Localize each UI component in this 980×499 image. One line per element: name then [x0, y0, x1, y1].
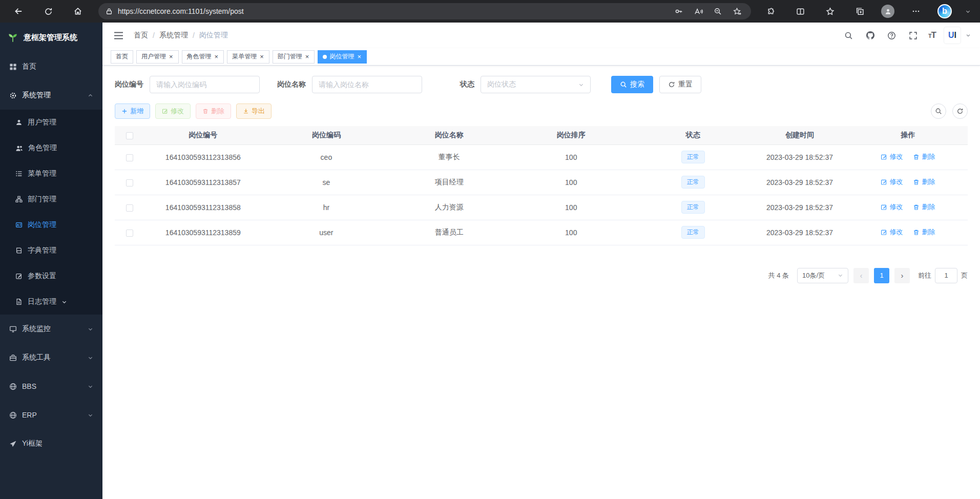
browser-profile-avatar[interactable] [881, 5, 894, 18]
app-logo[interactable]: 意框架管理系统 [0, 23, 102, 52]
extensions-icon[interactable] [762, 3, 779, 19]
sidebar-item-tools[interactable]: 系统工具 [0, 343, 102, 372]
row-checkbox[interactable] [126, 179, 133, 186]
edit-icon [881, 179, 887, 185]
fullscreen-icon[interactable] [907, 29, 920, 42]
row-delete-link[interactable]: 删除 [913, 227, 935, 237]
header-search-icon[interactable] [842, 29, 856, 42]
chevron-down-icon [88, 412, 93, 418]
export-button[interactable]: 导出 [236, 103, 272, 119]
bing-copilot-icon[interactable]: b [937, 4, 952, 18]
cell-post-sort: 100 [507, 144, 635, 170]
active-tab-dot [323, 55, 327, 59]
chevron-down-icon [61, 299, 67, 305]
sidebar-item-erp[interactable]: ERP [0, 401, 102, 429]
read-aloud-icon[interactable] [692, 5, 705, 18]
page-1-button[interactable]: 1 [874, 268, 889, 283]
search-button[interactable]: 搜索 [611, 76, 653, 93]
sidebar-item-bbs[interactable]: BBS [0, 372, 102, 401]
tab-close-icon[interactable]: × [259, 53, 264, 60]
refresh-table-icon[interactable] [952, 103, 968, 119]
sidebar-item-monitor[interactable]: 系统监控 [0, 315, 102, 343]
breadcrumb-separator: / [193, 31, 195, 39]
select-all-checkbox[interactable] [126, 132, 133, 139]
sidebar-item-system[interactable]: 系统管理 [0, 81, 102, 110]
avatar-caret-icon[interactable] [966, 33, 971, 38]
tab-user-mgmt[interactable]: 用户管理 × [136, 50, 179, 64]
sidebar-item-role-mgmt[interactable]: 角色管理 [0, 135, 102, 161]
cell-post-sort: 100 [507, 195, 635, 220]
help-icon[interactable] [885, 29, 899, 42]
row-edit-link[interactable]: 修改 [881, 202, 903, 212]
sidebar-toggle-icon[interactable] [112, 30, 126, 41]
page-size-select[interactable]: 10条/页 [797, 268, 848, 283]
tab-close-icon[interactable]: × [357, 53, 362, 60]
address-bar[interactable]: https://ccnetcore.com:1101/system/post [98, 3, 751, 19]
add-favorite-icon[interactable] [731, 5, 744, 18]
row-edit-link[interactable]: 修改 [881, 152, 903, 161]
split-screen-icon[interactable] [792, 3, 808, 19]
home-icon[interactable] [70, 3, 86, 19]
sidebar-item-post-mgmt[interactable]: 岗位管理 [0, 212, 102, 238]
sidebar-item-dept-mgmt[interactable]: 部门管理 [0, 186, 102, 212]
url-text[interactable]: https://ccnetcore.com:1101/system/post [118, 7, 667, 15]
pagination-goto: 前往 页 [918, 268, 968, 283]
post-name-input[interactable] [312, 76, 422, 93]
column-header: 岗位编号 [144, 126, 261, 144]
add-button[interactable]: 新增 [115, 103, 150, 119]
status-select[interactable]: 岗位状态 [481, 76, 591, 93]
tab-post-mgmt[interactable]: 岗位管理 × [318, 50, 367, 64]
breadcrumb-item[interactable]: 系统管理 [159, 31, 188, 40]
post-code-group: 岗位编号 [115, 76, 260, 93]
edit-button[interactable]: 修改 [155, 103, 191, 119]
tab-dept-mgmt[interactable]: 部门管理 × [273, 50, 315, 64]
row-checkbox[interactable] [126, 154, 133, 161]
zoom-out-icon[interactable] [711, 5, 724, 18]
reset-button[interactable]: 重置 [659, 76, 701, 93]
row-checkbox[interactable] [126, 204, 133, 212]
password-key-icon[interactable] [672, 5, 685, 18]
goto-page-input[interactable] [935, 268, 957, 283]
user-avatar[interactable]: UI [944, 27, 961, 44]
favorites-icon[interactable] [822, 3, 838, 19]
row-delete-link[interactable]: 删除 [913, 152, 935, 161]
site-lock-icon[interactable] [106, 8, 113, 15]
sidebar-menu: 首页 系统管理 用户管理 [0, 52, 102, 458]
tab-home[interactable]: 首页 [111, 50, 133, 64]
refresh-icon[interactable] [40, 3, 56, 19]
font-size-icon[interactable]: TT [928, 30, 936, 40]
row-checkbox[interactable] [126, 230, 133, 237]
system-submenu: 用户管理 角色管理 菜单管理 部门管理 [0, 110, 102, 315]
sidebar-caret-icon[interactable] [965, 9, 971, 14]
row-delete-link[interactable]: 删除 [913, 202, 935, 212]
sidebar-item-dict-mgmt[interactable]: 字典管理 [0, 238, 102, 263]
back-icon[interactable] [10, 3, 27, 19]
tab-menu-mgmt[interactable]: 菜单管理 × [227, 50, 269, 64]
browser-menu-icon[interactable] [908, 3, 924, 19]
next-page-button[interactable]: › [894, 268, 910, 283]
reset-icon [668, 81, 675, 88]
tab-role-mgmt[interactable]: 角色管理 × [182, 50, 224, 64]
collections-icon[interactable] [851, 3, 868, 19]
row-edit-label: 修改 [889, 177, 903, 186]
sidebar-item-user-mgmt[interactable]: 用户管理 [0, 110, 102, 135]
sidebar-item-param-settings[interactable]: 参数设置 [0, 263, 102, 289]
table-toolbar: 新增 修改 删除 导出 [115, 103, 968, 119]
sidebar-item-log-mgmt[interactable]: 日志管理 [0, 289, 102, 315]
prev-page-button[interactable]: ‹ [853, 268, 869, 283]
sidebar-item-label: 首页 [22, 62, 36, 71]
sidebar-item-yi-framework[interactable]: Yi框架 [0, 429, 102, 458]
tab-close-icon[interactable]: × [214, 53, 219, 60]
delete-button[interactable]: 删除 [196, 103, 231, 119]
row-edit-link[interactable]: 修改 [881, 177, 903, 186]
row-edit-link[interactable]: 修改 [881, 227, 903, 237]
breadcrumb-item[interactable]: 首页 [134, 31, 148, 40]
row-delete-link[interactable]: 删除 [913, 177, 935, 186]
tab-close-icon[interactable]: × [169, 53, 174, 60]
github-icon[interactable] [864, 29, 877, 42]
toggle-search-icon[interactable] [931, 103, 946, 119]
sidebar-item-home[interactable]: 首页 [0, 52, 102, 81]
post-code-input[interactable] [150, 76, 260, 93]
tab-close-icon[interactable]: × [305, 53, 310, 60]
sidebar-item-menu-mgmt[interactable]: 菜单管理 [0, 161, 102, 186]
